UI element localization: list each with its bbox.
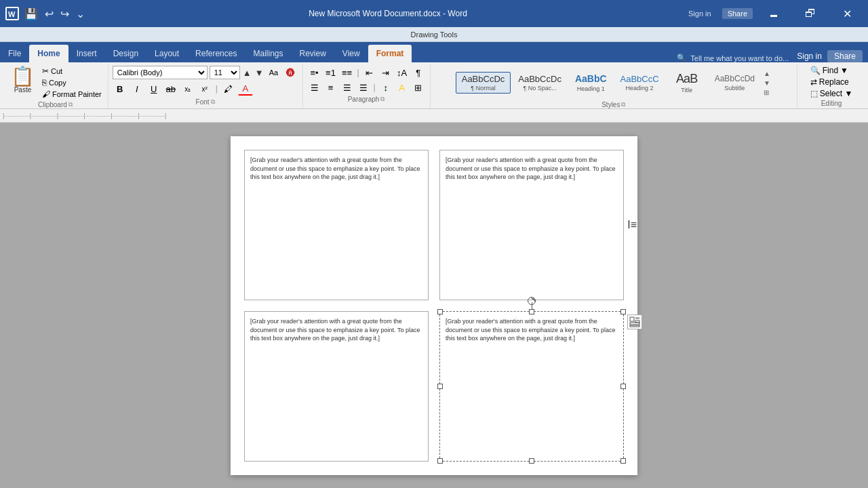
shading-button[interactable]: A — [395, 81, 410, 94]
tab-references[interactable]: References — [187, 45, 245, 62]
cut-button[interactable]: ✂ Cut — [40, 66, 104, 77]
styles-gallery: AaBbCcDc ¶ Normal AaBbCcDc ¶ No Spac... … — [456, 66, 761, 100]
ruler: |···············|···············|·······… — [3, 113, 166, 119]
find-icon: 🔍 — [810, 66, 821, 75]
tell-me-box[interactable]: 🔍 Tell me what you want to do... — [669, 54, 797, 62]
rotate-handle[interactable] — [528, 297, 536, 305]
underline-button[interactable]: U — [146, 82, 161, 96]
text-box-1[interactable]: [Grab your reader's attention with a gre… — [244, 150, 429, 300]
save-icon[interactable]: 💾 — [22, 6, 41, 22]
font-color-button[interactable]: A — [238, 82, 253, 96]
text-highlight-button[interactable]: 🖍 — [221, 82, 236, 96]
font-row1: Calibri (Body) 11 ▲ ▼ Aa 🅐 — [113, 66, 298, 79]
change-case-button[interactable]: Aa — [267, 66, 281, 79]
editing-group: 🔍 Find ▼ ⇄ Replace ⬚ Select ▼ Editing — [797, 64, 865, 108]
tab-review[interactable]: Review — [291, 45, 334, 62]
tab-home[interactable]: Home — [29, 45, 68, 62]
find-button[interactable]: 🔍 Find ▼ — [810, 66, 853, 75]
tab-format[interactable]: Format — [368, 45, 412, 62]
handle-bottom-right[interactable] — [620, 458, 626, 464]
signin-button[interactable]: Sign in — [797, 52, 822, 61]
style-title-preview: AaB — [676, 72, 697, 87]
layout-options-icon[interactable] — [627, 314, 642, 329]
undo-icon[interactable]: ↩ — [42, 6, 56, 22]
font-row2: B I U ab x₂ x² | 🖍 A — [113, 82, 298, 96]
maximize-button[interactable]: 🗗 — [795, 0, 826, 27]
copy-button[interactable]: ⎘ Copy — [40, 77, 104, 88]
superscript-button[interactable]: x² — [197, 82, 212, 96]
handle-bottom-left[interactable] — [437, 458, 443, 464]
text-box-4[interactable]: [Grab your reader's attention with a gre… — [439, 311, 624, 462]
align-left-button[interactable]: ☰ — [307, 81, 322, 94]
style-subtitle-label: Subtitle — [724, 85, 745, 92]
style-heading1[interactable]: AaBbC Heading 1 — [569, 71, 613, 94]
handle-middle-right[interactable] — [620, 384, 626, 389]
handle-middle-left[interactable] — [437, 384, 443, 389]
sign-in-link[interactable]: Sign in — [688, 9, 717, 18]
replace-label: Replace — [819, 77, 849, 87]
font-name-select[interactable]: Calibri (Body) — [113, 66, 208, 79]
redo-icon[interactable]: ↪ — [58, 6, 72, 22]
font-size-select[interactable]: 11 — [210, 66, 240, 79]
line-spacing-button[interactable]: ↕ — [378, 81, 393, 94]
clipboard-content: 📋 Paste ✂ Cut ⎘ Copy 🖌 Format Painter — [7, 66, 104, 100]
tab-layout[interactable]: Layout — [146, 45, 187, 62]
ribbon-content: 📋 Paste ✂ Cut ⎘ Copy 🖌 Format Painter C — [0, 62, 868, 109]
styles-expand-icon[interactable]: ⧉ — [621, 101, 625, 108]
style-subtitle[interactable]: AaBbCcDd Subtitle — [709, 72, 761, 93]
text-box-3[interactable]: [Grab your reader's attention with a gre… — [244, 311, 429, 462]
style-no-spacing[interactable]: AaBbCcDc ¶ No Spac... — [512, 72, 568, 94]
customize-icon[interactable]: ⌄ — [73, 6, 87, 22]
italic-button[interactable]: I — [130, 82, 144, 96]
copy-icon: ⎘ — [42, 78, 47, 87]
multilevel-list-button[interactable]: ≡≡ — [340, 66, 355, 79]
share-button[interactable]: Share — [722, 8, 753, 19]
increase-indent-button[interactable]: ⇥ — [378, 66, 393, 79]
strikethrough-button[interactable]: ab — [163, 82, 178, 96]
style-title[interactable]: AaB Title — [667, 70, 707, 96]
tab-file[interactable]: File — [0, 45, 29, 62]
styles-scroll-up[interactable]: ▲ — [762, 69, 772, 78]
bullets-button[interactable]: ≡• — [307, 66, 322, 79]
clear-formatting-button[interactable]: 🅐 — [283, 66, 298, 79]
show-formatting-button[interactable]: ¶ — [411, 66, 426, 79]
font-size-increase[interactable]: ▲ — [242, 67, 252, 79]
document-page: [Grab your reader's attention with a gre… — [231, 136, 637, 475]
font-expand-icon[interactable]: ⧉ — [211, 98, 215, 106]
handle-top-middle[interactable] — [529, 309, 534, 314]
handle-top-left[interactable] — [437, 309, 443, 314]
align-center-button[interactable]: ≡ — [323, 81, 338, 94]
styles-scroll-down[interactable]: ▼ — [762, 79, 772, 87]
clipboard-expand-icon[interactable]: ⧉ — [68, 101, 73, 108]
tab-view[interactable]: View — [334, 45, 368, 62]
paste-button[interactable]: 📋 Paste — [7, 66, 39, 95]
styles-expand[interactable]: ⊞ — [762, 88, 772, 97]
style-normal[interactable]: AaBbCcDc ¶ Normal — [456, 72, 511, 94]
handle-bottom-middle[interactable] — [529, 458, 534, 464]
borders-button[interactable]: ⊞ — [411, 81, 426, 94]
format-painter-button[interactable]: 🖌 Format Painter — [40, 89, 104, 100]
share-ribbon-button[interactable]: Share — [827, 50, 863, 62]
bold-button[interactable]: B — [113, 82, 127, 96]
handle-top-right[interactable] — [620, 309, 626, 314]
align-right-button[interactable]: ☰ — [340, 81, 355, 94]
svg-text:W: W — [8, 10, 16, 18]
justify-button[interactable]: ☰ — [356, 81, 371, 94]
subscript-button[interactable]: x₂ — [180, 82, 195, 96]
style-heading2[interactable]: AaBbCcC Heading 2 — [614, 72, 665, 94]
close-button[interactable]: ✕ — [831, 0, 863, 27]
minimize-button[interactable]: 🗕 — [758, 0, 789, 27]
tab-mailings[interactable]: Mailings — [245, 45, 291, 62]
tab-design[interactable]: Design — [105, 45, 146, 62]
paragraph-expand-icon[interactable]: ⧉ — [380, 96, 384, 103]
replace-button[interactable]: ⇄ Replace — [810, 77, 853, 87]
text-box-2[interactable]: [Grab your reader's attention with a gre… — [439, 150, 624, 300]
select-button[interactable]: ⬚ Select ▼ — [810, 89, 853, 98]
tab-insert[interactable]: Insert — [68, 45, 105, 62]
decrease-indent-button[interactable]: ⇤ — [362, 66, 377, 79]
numbering-button[interactable]: ≡1 — [323, 66, 338, 79]
clipboard-group: 📋 Paste ✂ Cut ⎘ Copy 🖌 Format Painter C — [3, 64, 108, 108]
sort-button[interactable]: ↕A — [395, 66, 410, 79]
font-size-decrease[interactable]: ▼ — [254, 67, 264, 79]
document-title: New Microsoft Word Document.docx - Word — [309, 9, 467, 18]
